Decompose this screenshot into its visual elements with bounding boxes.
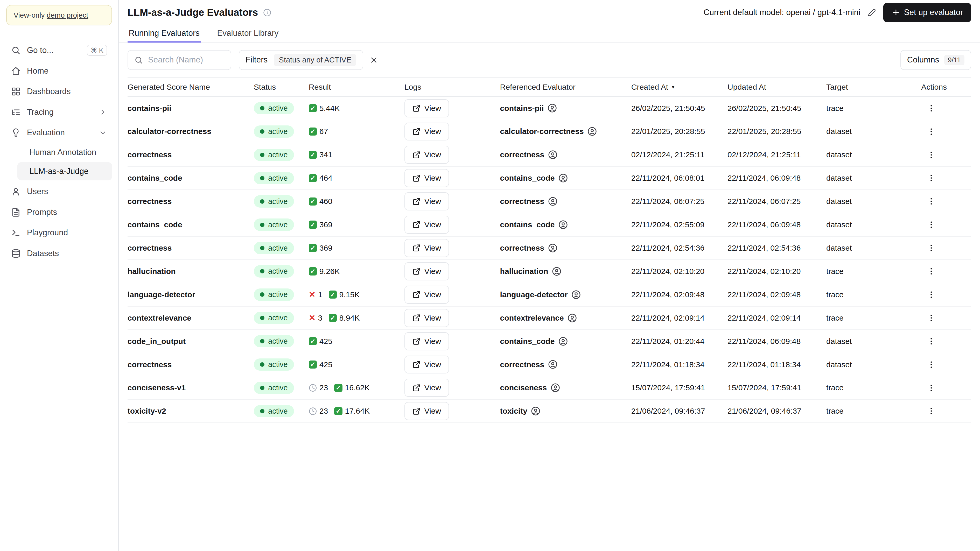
table-row[interactable]: code_in_output active ✓425 View contains… xyxy=(127,330,971,353)
sidebar-item-tracing[interactable]: Tracing xyxy=(6,102,112,122)
referenced-evaluator-cell: calculator-correctness xyxy=(500,127,631,136)
created-at-cell: 22/11/2024, 01:18:34 xyxy=(631,360,727,369)
view-logs-button[interactable]: View xyxy=(404,379,449,397)
view-logs-button[interactable]: View xyxy=(404,122,449,141)
sidebar-item-home[interactable]: Home xyxy=(6,61,112,81)
created-at-cell: 22/01/2025, 20:28:55 xyxy=(631,127,727,136)
row-actions-button[interactable] xyxy=(925,289,937,301)
created-at-cell: 26/02/2025, 21:50:45 xyxy=(631,104,727,113)
sidebar-item-users[interactable]: Users xyxy=(6,181,112,202)
view-logs-button[interactable]: View xyxy=(404,356,449,374)
user-circle-icon xyxy=(568,313,577,323)
goto-search[interactable]: Go to... ⌘ K xyxy=(6,40,112,60)
view-logs-button[interactable]: View xyxy=(404,402,449,420)
row-actions-button[interactable] xyxy=(925,265,937,278)
sidebar-item-datasets[interactable]: Datasets xyxy=(6,243,112,263)
status-cell: active xyxy=(254,149,309,161)
view-logs-button[interactable]: View xyxy=(404,169,449,187)
created-at-cell: 02/12/2024, 21:25:11 xyxy=(631,150,727,159)
table-row[interactable]: correctness active ✓369 View correctness… xyxy=(127,237,971,260)
table-row[interactable]: contextrelevance active ✕3✓8.94K View co… xyxy=(127,306,971,330)
table-row[interactable]: contains-pii active ✓5.44K View contains… xyxy=(127,97,971,120)
score-name: contains_code xyxy=(127,220,182,229)
success-icon: ✓ xyxy=(309,104,317,112)
table-row[interactable]: correctness active ✓425 View correctness… xyxy=(127,353,971,376)
column-header-target[interactable]: Target xyxy=(826,83,921,92)
table-row[interactable]: conciseness-v1 active 23✓16.62K View con… xyxy=(127,376,971,400)
column-header-logs[interactable]: Logs xyxy=(404,83,500,92)
sidebar-item-human-annotation[interactable]: Human Annotation xyxy=(18,143,112,162)
kebab-menu-icon xyxy=(927,220,935,229)
search-input[interactable] xyxy=(148,55,224,65)
view-logs-button[interactable]: View xyxy=(404,239,449,257)
sidebar-item-evaluation[interactable]: Evaluation xyxy=(6,123,112,143)
table-row[interactable]: contains_code active ✓464 View contains_… xyxy=(127,167,971,190)
evaluator-name: correctness xyxy=(500,150,544,159)
row-actions-button[interactable] xyxy=(925,381,937,394)
tab-evaluator-library[interactable]: Evaluator Library xyxy=(216,25,280,43)
view-logs-button[interactable]: View xyxy=(404,332,449,350)
view-logs-button[interactable]: View xyxy=(404,146,449,164)
view-label: View xyxy=(424,174,441,183)
row-actions-button[interactable] xyxy=(925,358,937,371)
sidebar-item-dashboards[interactable]: Dashboards xyxy=(6,82,112,102)
row-actions-button[interactable] xyxy=(925,195,937,208)
view-logs-button[interactable]: View xyxy=(404,216,449,234)
row-actions-button[interactable] xyxy=(925,172,937,184)
result-cell: ✓425 xyxy=(309,360,404,369)
sidebar-item-playground[interactable]: Playground xyxy=(6,223,112,243)
column-header-updated-at[interactable]: Updated At xyxy=(727,83,826,92)
column-header-referenced-evaluator[interactable]: Referenced Evaluator xyxy=(500,83,631,92)
status-label: active xyxy=(268,221,288,229)
success-icon: ✓ xyxy=(309,244,317,252)
status-cell: active xyxy=(254,265,309,277)
sidebar-item-prompts[interactable]: Prompts xyxy=(6,202,112,222)
row-actions-button[interactable] xyxy=(925,102,937,114)
updated-at-cell: 22/01/2025, 20:28:55 xyxy=(727,127,826,136)
column-header-status[interactable]: Status xyxy=(254,83,309,92)
row-actions-button[interactable] xyxy=(925,149,937,161)
updated-at-cell: 22/11/2024, 06:07:25 xyxy=(727,197,826,206)
table-row[interactable]: correctness active ✓460 View correctness… xyxy=(127,190,971,213)
table-row[interactable]: contains_code active ✓369 View contains_… xyxy=(127,213,971,237)
demo-project-link[interactable]: demo project xyxy=(47,11,88,19)
setup-evaluator-button[interactable]: Set up evaluator xyxy=(883,3,971,22)
referenced-evaluator-cell: correctness xyxy=(500,150,631,159)
clear-filters-button[interactable] xyxy=(367,53,380,67)
evaluator-name: contains_code xyxy=(500,337,555,346)
table-row[interactable]: language-detector active ✕1✓9.15K View l… xyxy=(127,283,971,306)
filters-button[interactable]: Filters Status any of ACTIVE xyxy=(239,50,363,70)
row-actions-button[interactable] xyxy=(925,242,937,254)
columns-button[interactable]: Columns 9/11 xyxy=(900,50,972,70)
result-count: 425 xyxy=(320,337,332,346)
info-icon[interactable] xyxy=(263,8,271,17)
result-check: ✓369 xyxy=(309,244,332,252)
table-row[interactable]: calculator-correctness active ✓67 View c… xyxy=(127,120,971,144)
row-actions-button[interactable] xyxy=(925,335,937,348)
logs-cell: View xyxy=(404,99,500,118)
edit-model-button[interactable] xyxy=(867,7,877,18)
column-header-created-at[interactable]: Created At▼ xyxy=(631,83,727,92)
column-header-result[interactable]: Result xyxy=(309,83,404,92)
table-row[interactable]: toxicity-v2 active 23✓17.64K View toxici… xyxy=(127,400,971,423)
view-logs-button[interactable]: View xyxy=(404,192,449,210)
target-cell: dataset xyxy=(826,150,921,159)
row-actions-button[interactable] xyxy=(925,219,937,231)
table-row[interactable]: hallucination active ✓9.26K View halluci… xyxy=(127,260,971,283)
tab-running-evaluators[interactable]: Running Evaluators xyxy=(127,25,201,43)
sidebar-item-label: Prompts xyxy=(27,208,107,217)
table-row[interactable]: correctness active ✓341 View correctness… xyxy=(127,143,971,167)
result-count: 8.94K xyxy=(339,314,360,322)
table-toolbar: Filters Status any of ACTIVE Columns 9/1… xyxy=(119,43,980,78)
view-logs-button[interactable]: View xyxy=(404,99,449,118)
row-actions-button[interactable] xyxy=(925,405,937,417)
view-logs-button[interactable]: View xyxy=(404,262,449,280)
row-actions-button[interactable] xyxy=(925,125,937,138)
column-header-generated-score-name[interactable]: Generated Score Name xyxy=(127,83,254,92)
view-logs-button[interactable]: View xyxy=(404,286,449,304)
user-circle-icon xyxy=(548,243,557,253)
row-actions-button[interactable] xyxy=(925,312,937,324)
view-logs-button[interactable]: View xyxy=(404,309,449,327)
sidebar-item-label: Dashboards xyxy=(27,87,107,96)
sidebar-item-llm-as-a-judge[interactable]: LLM-as-a-Judge xyxy=(18,162,112,180)
